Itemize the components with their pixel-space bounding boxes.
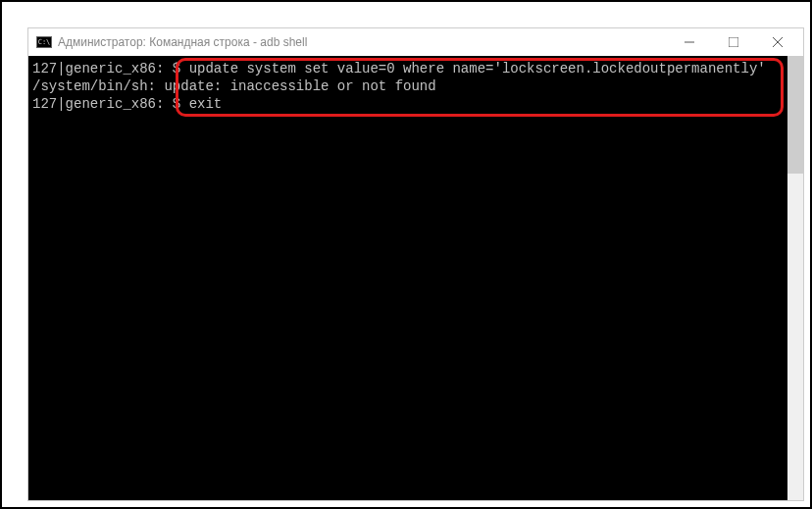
window-controls: [667, 28, 799, 56]
cmd-icon: C:\: [36, 36, 52, 48]
window-title: Администратор: Командная строка - adb sh…: [58, 35, 667, 49]
prompt: 127|generic_x86:: [32, 61, 164, 76]
maximize-button[interactable]: [711, 28, 755, 56]
vertical-scrollbar[interactable]: [787, 56, 803, 500]
minimize-button[interactable]: [667, 28, 711, 56]
svg-rect-1: [729, 37, 738, 47]
terminal-line: 127|generic_x86: $ update system set val…: [32, 60, 799, 77]
terminal-line: /system/bin/sh: update: inaccessible or …: [32, 77, 799, 95]
output-text: update: inaccessible or not found: [164, 78, 435, 94]
prompt: /system/bin/sh:: [32, 78, 164, 94]
command-text: $ exit: [164, 96, 222, 112]
prompt: 127|generic_x86:: [32, 96, 164, 112]
close-button[interactable]: [755, 28, 799, 56]
command-prompt-window: C:\ Администратор: Командная строка - ad…: [27, 27, 804, 501]
titlebar[interactable]: C:\ Администратор: Командная строка - ad…: [28, 28, 803, 56]
terminal-output[interactable]: 127|generic_x86: $ update system set val…: [28, 56, 803, 500]
command-text: $ update system set value=0 where name='…: [164, 61, 765, 76]
terminal-line: 127|generic_x86: $ exit: [32, 95, 799, 113]
